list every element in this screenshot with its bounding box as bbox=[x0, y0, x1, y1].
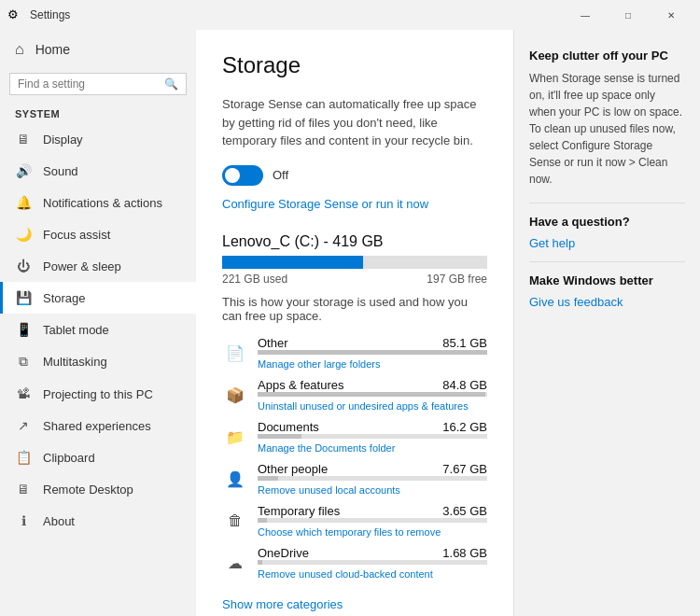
temp-icon: 🗑 bbox=[222, 508, 248, 534]
storage-item-sub-other-people[interactable]: Remove unused local accounts bbox=[258, 484, 400, 496]
drive-used-bar bbox=[222, 256, 363, 269]
right-section-text-0: When Storage sense is turned on, it'll f… bbox=[529, 70, 685, 188]
right-divider-1 bbox=[529, 261, 685, 262]
window-controls: — □ ✕ bbox=[564, 0, 693, 30]
storage-item-size-documents: 16.2 GB bbox=[442, 420, 487, 434]
search-input[interactable] bbox=[18, 77, 164, 91]
sidebar-item-label-projecting: Projecting to this PC bbox=[43, 387, 153, 401]
onedrive-icon: ☁ bbox=[222, 550, 248, 576]
storage-item-header-other-people: 👤 Other people 7.67 GB Remove unused loc… bbox=[222, 462, 487, 497]
sound-icon: 🔊 bbox=[15, 163, 32, 178]
search-box[interactable]: 🔍 bbox=[9, 73, 187, 95]
storage-item-header-apps: 📦 Apps & features 84.8 GB Uninstall unus… bbox=[222, 378, 487, 413]
shared-icon: ↗ bbox=[15, 418, 32, 433]
sidebar-item-storage[interactable]: 💾 Storage bbox=[0, 282, 196, 314]
title-bar-title: Settings bbox=[30, 8, 564, 21]
settings-icon: ⚙ bbox=[7, 7, 22, 22]
drive-progress-bar bbox=[222, 256, 487, 269]
search-icon: 🔍 bbox=[164, 77, 178, 91]
home-label: Home bbox=[35, 42, 70, 57]
storage-item-sub-temp[interactable]: Choose which temporary files to remove bbox=[258, 526, 441, 538]
storage-item-name-apps: Apps & features bbox=[258, 378, 344, 392]
close-button[interactable]: ✕ bbox=[650, 0, 693, 30]
power-icon: ⏻ bbox=[15, 259, 32, 273]
storage-item-name-documents: Documents bbox=[258, 420, 319, 434]
right-section-link-1[interactable]: Get help bbox=[529, 236, 685, 250]
storage-item-sub-onedrive[interactable]: Remove unused cloud-backed content bbox=[258, 568, 433, 580]
drive-free-label: 197 GB free bbox=[427, 273, 487, 286]
sidebar-item-label-storage: Storage bbox=[43, 291, 86, 305]
storage-item-sub-other[interactable]: Manage other large folders bbox=[258, 358, 380, 370]
maximize-button[interactable]: □ bbox=[607, 0, 650, 30]
storage-item-size-other: 85.1 GB bbox=[442, 336, 487, 350]
sidebar-item-clipboard[interactable]: 📋 Clipboard bbox=[0, 441, 196, 473]
right-sections: Keep clutter off your PCWhen Storage sen… bbox=[529, 49, 685, 309]
right-divider-0 bbox=[529, 203, 685, 203]
storage-sense-toggle[interactable] bbox=[222, 165, 263, 186]
main-content: Storage Storage Sense can automatically … bbox=[196, 30, 513, 616]
sidebar-item-projecting[interactable]: 📽 Projecting to this PC bbox=[0, 378, 196, 410]
right-panel: Keep clutter off your PCWhen Storage sen… bbox=[513, 30, 700, 616]
storage-item-sub-apps[interactable]: Uninstall unused or undesired apps & fea… bbox=[258, 400, 469, 412]
toggle-label: Off bbox=[273, 168, 288, 182]
storage-item-other: 📄 Other 85.1 GB Manage other large folde… bbox=[222, 336, 487, 371]
storage-item-onedrive: ☁ OneDrive 1.68 GB Remove unused cloud-b… bbox=[222, 546, 487, 581]
clipboard-icon: 📋 bbox=[15, 450, 32, 465]
sidebar-item-label-remote: Remote Desktop bbox=[43, 483, 133, 497]
drive-used-label: 221 GB used bbox=[222, 273, 287, 286]
sidebar-item-about[interactable]: ℹ About bbox=[0, 505, 196, 537]
storage-item-bar-other-people bbox=[258, 476, 487, 481]
storage-item-other-people: 👤 Other people 7.67 GB Remove unused loc… bbox=[222, 462, 487, 497]
sidebar-item-power[interactable]: ⏻ Power & sleep bbox=[0, 250, 196, 282]
toggle-row: Off bbox=[222, 165, 487, 186]
sidebar-item-label-focus: Focus assist bbox=[43, 228, 110, 242]
storage-item-header-other: 📄 Other 85.1 GB Manage other large folde… bbox=[222, 336, 487, 371]
title-bar: ⚙ Settings — □ ✕ bbox=[0, 0, 700, 30]
about-icon: ℹ bbox=[15, 513, 32, 528]
storage-item-bar-apps bbox=[258, 392, 487, 397]
storage-item-bar-onedrive bbox=[258, 560, 487, 565]
sidebar-item-remote[interactable]: 🖥 Remote Desktop bbox=[0, 473, 196, 505]
multitasking-icon: ⧉ bbox=[15, 354, 32, 370]
remote-icon: 🖥 bbox=[15, 482, 32, 497]
storage-item-header-documents: 📁 Documents 16.2 GB Manage the Documents… bbox=[222, 420, 487, 455]
show-more-link[interactable]: Show more categories bbox=[222, 597, 343, 611]
drive-title: Lenovo_C (C:) - 419 GB bbox=[222, 233, 487, 250]
sidebar-item-label-clipboard: Clipboard bbox=[43, 451, 95, 465]
drive-info: 221 GB used 197 GB free bbox=[222, 273, 487, 286]
storage-item-bar-documents bbox=[258, 434, 487, 439]
minimize-button[interactable]: — bbox=[564, 0, 607, 30]
other-people-icon: 👤 bbox=[222, 466, 248, 492]
right-section-title-2: Make Windows better bbox=[529, 273, 685, 287]
page-title: Storage bbox=[222, 52, 487, 78]
sidebar-item-tablet[interactable]: 📱 Tablet mode bbox=[0, 314, 196, 345]
sidebar-item-label-about: About bbox=[43, 514, 75, 528]
right-section-0: Keep clutter off your PCWhen Storage sen… bbox=[529, 49, 685, 203]
right-section-link-2[interactable]: Give us feedback bbox=[529, 295, 685, 309]
sidebar-item-display[interactable]: 🖥 Display bbox=[0, 123, 196, 155]
sidebar-item-sound[interactable]: 🔊 Sound bbox=[0, 155, 196, 187]
right-section-2: Make Windows betterGive us feedback bbox=[529, 273, 685, 309]
sidebar-item-shared[interactable]: ↗ Shared experiences bbox=[0, 410, 196, 441]
storage-item-bar-temp bbox=[258, 518, 487, 523]
apps-icon: 📦 bbox=[222, 382, 248, 408]
display-icon: 🖥 bbox=[15, 132, 32, 147]
right-section-title-0: Keep clutter off your PC bbox=[529, 49, 685, 63]
right-section-title-1: Have a question? bbox=[529, 215, 685, 229]
system-label: System bbox=[0, 103, 196, 123]
storage-icon: 💾 bbox=[15, 290, 32, 305]
sidebar-item-focus[interactable]: 🌙 Focus assist bbox=[0, 218, 196, 250]
sidebar-home[interactable]: ⌂ Home bbox=[0, 30, 196, 69]
tablet-icon: 📱 bbox=[15, 322, 32, 337]
sidebar-item-notifications[interactable]: 🔔 Notifications & actions bbox=[0, 187, 196, 218]
drive-desc: This is how your storage is used and how… bbox=[222, 295, 487, 323]
storage-item-bar-other bbox=[258, 350, 487, 355]
storage-item-header-temp: 🗑 Temporary files 3.65 GB Choose which t… bbox=[222, 504, 487, 539]
sidebar-item-label-shared: Shared experiences bbox=[43, 419, 151, 433]
focus-icon: 🌙 bbox=[15, 227, 32, 242]
configure-link[interactable]: Configure Storage Sense or run it now bbox=[222, 197, 428, 211]
sidebar-item-label-notifications: Notifications & actions bbox=[43, 196, 162, 210]
documents-icon: 📁 bbox=[222, 424, 248, 450]
sidebar-item-multitasking[interactable]: ⧉ Multitasking bbox=[0, 345, 196, 378]
storage-item-sub-documents[interactable]: Manage the Documents folder bbox=[258, 442, 395, 454]
